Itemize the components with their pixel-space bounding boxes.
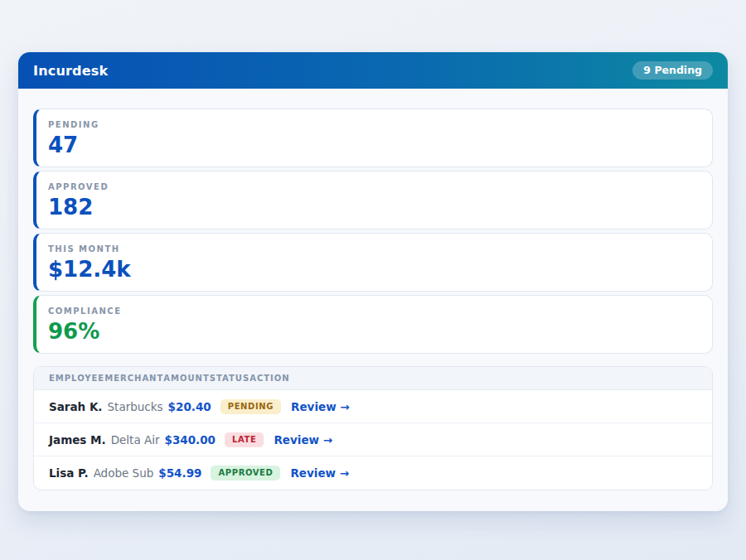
stat-label: APPROVED [48,182,700,191]
merchant-name: Adobe Sub [94,466,154,480]
stat-value: 47 [48,133,700,157]
employee-name: Sarah K. [49,400,103,413]
expense-table: EMPLOYEE MERCHANT AMOUNT STATUS ACTION S… [33,366,713,490]
status-badge: LATE [225,432,264,447]
expense-amount: $20.40 [168,400,211,413]
stat-card-this-month: THIS MONTH $12.4k [33,233,713,292]
column-header-status: STATUS [210,374,249,383]
stat-card-approved: APPROVED 182 [33,171,713,229]
status-badge: APPROVED [211,466,280,480]
stat-card-compliance: COMPLIANCE 96% [33,295,713,354]
review-link[interactable]: Review → [274,433,332,447]
panel-body: PENDING 47 APPROVED 182 THIS MONTH $12.4… [18,89,728,509]
review-link[interactable]: Review → [291,400,350,413]
app-title: Incurdesk [33,63,108,79]
stat-label: THIS MONTH [48,244,700,253]
employee-name: James M. [49,433,106,447]
table-row: Lisa P. Adobe Sub $54.99 APPROVED Review… [34,456,712,490]
expense-amount: $54.99 [158,466,201,480]
merchant-name: Delta Air [111,433,160,447]
review-link[interactable]: Review → [290,466,349,480]
column-header-action: ACTION [249,374,290,383]
stat-label: COMPLIANCE [48,307,700,316]
pending-count-badge: 9 Pending [632,61,713,80]
column-header-amount: AMOUNT [163,374,210,383]
table-header-row: EMPLOYEE MERCHANT AMOUNT STATUS ACTION [34,367,712,390]
app-header: Incurdesk 9 Pending [18,52,728,89]
stat-card-pending: PENDING 47 [33,109,713,167]
expense-amount: $340.00 [165,433,216,447]
column-header-employee: EMPLOYEE [49,374,104,383]
stat-label: PENDING [48,120,700,129]
table-row: Sarah K. Starbucks $20.40 PENDING Review… [34,390,712,423]
employee-name: Lisa P. [49,466,89,480]
stat-value: 96% [48,320,700,344]
table-row: James M. Delta Air $340.00 LATE Review → [34,423,712,456]
merchant-name: Starbucks [108,400,163,413]
status-badge: PENDING [220,399,281,414]
stat-value: $12.4k [48,258,700,282]
stat-value: 182 [48,196,700,220]
app-panel: Incurdesk 9 Pending PENDING 47 APPROVED … [18,52,728,511]
column-header-merchant: MERCHANT [104,374,163,383]
